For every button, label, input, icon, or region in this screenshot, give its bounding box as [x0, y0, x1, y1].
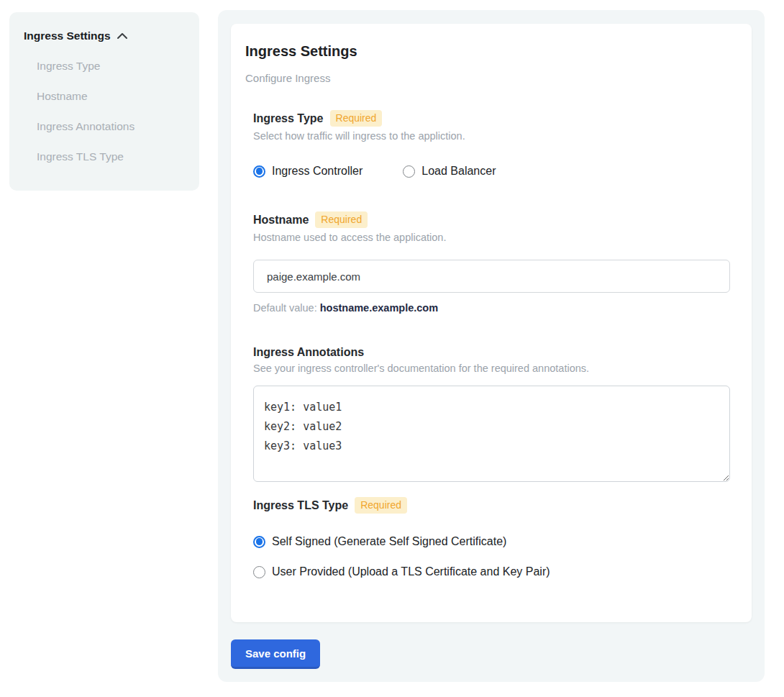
- radio-option-label: Ingress Controller: [272, 165, 363, 178]
- ingress-annotations-textarea[interactable]: key1: value1 key2: value2 key3: value3: [253, 386, 730, 482]
- radio-selected-icon[interactable]: [253, 165, 265, 178]
- ingress-settings-panel: Ingress Settings Configure Ingress Ingre…: [218, 10, 765, 682]
- ingress-type-description: Select how traffic will ingress to the a…: [253, 130, 730, 142]
- sidebar-section-title: Ingress Settings: [24, 29, 111, 42]
- page-title: Ingress Settings: [245, 43, 730, 60]
- sidebar-item-hostname[interactable]: Hostname: [37, 90, 186, 103]
- hostname-label: Hostname: [253, 214, 309, 227]
- ingress-tls-type-label: Ingress TLS Type: [253, 499, 348, 512]
- ingress-annotations-label: Ingress Annotations: [253, 346, 364, 359]
- ingress-type-options: Ingress Controller Load Balancer: [253, 165, 730, 178]
- settings-sidebar: Ingress Settings Ingress Type Hostname I…: [9, 12, 199, 191]
- chevron-up-icon: [117, 32, 128, 40]
- required-badge: Required: [330, 110, 383, 127]
- required-badge: Required: [315, 211, 368, 228]
- ingress-tls-type-options: Self Signed (Generate Self Signed Certif…: [253, 535, 730, 578]
- sidebar-item-ingress-tls-type[interactable]: Ingress TLS Type: [37, 150, 186, 163]
- radio-option-label: User Provided (Upload a TLS Certificate …: [272, 565, 550, 578]
- sidebar-section-toggle[interactable]: Ingress Settings: [24, 29, 186, 42]
- hostname-input[interactable]: [253, 260, 730, 293]
- radio-unselected-icon[interactable]: [403, 165, 415, 178]
- ingress-settings-card: Ingress Settings Configure Ingress Ingre…: [231, 24, 752, 622]
- save-config-button[interactable]: Save config: [231, 639, 320, 669]
- radio-option-self-signed[interactable]: Self Signed (Generate Self Signed Certif…: [253, 535, 730, 548]
- sidebar-item-ingress-annotations[interactable]: Ingress Annotations: [37, 120, 186, 133]
- radio-option-user-provided[interactable]: User Provided (Upload a TLS Certificate …: [253, 565, 730, 578]
- radio-unselected-icon[interactable]: [253, 566, 265, 578]
- radio-option-label: Self Signed (Generate Self Signed Certif…: [272, 535, 506, 548]
- hostname-default-hint: Default value: hostname.example.com: [253, 302, 730, 314]
- ingress-annotations-description: See your ingress controller's documentat…: [253, 363, 730, 374]
- radio-selected-icon[interactable]: [253, 536, 265, 548]
- ingress-type-section: Ingress Type Required Select how traffic…: [253, 110, 730, 178]
- radio-option-load-balancer[interactable]: Load Balancer: [403, 165, 496, 178]
- ingress-tls-type-section: Ingress TLS Type Required Self Signed (G…: [253, 497, 730, 578]
- sidebar-items: Ingress Type Hostname Ingress Annotation…: [37, 60, 186, 163]
- hostname-section: Hostname Required Hostname used to acces…: [253, 211, 730, 314]
- ingress-annotations-section: Ingress Annotations See your ingress con…: [253, 346, 730, 482]
- ingress-type-label: Ingress Type: [253, 112, 324, 125]
- hostname-description: Hostname used to access the application.: [253, 232, 730, 243]
- default-value-label: Default value:: [253, 302, 317, 314]
- radio-option-label: Load Balancer: [421, 165, 496, 178]
- default-value-text: hostname.example.com: [320, 302, 438, 314]
- page-subtitle: Configure Ingress: [245, 72, 730, 84]
- radio-option-ingress-controller[interactable]: Ingress Controller: [253, 165, 363, 178]
- required-badge: Required: [355, 497, 407, 514]
- sidebar-item-ingress-type[interactable]: Ingress Type: [37, 60, 186, 73]
